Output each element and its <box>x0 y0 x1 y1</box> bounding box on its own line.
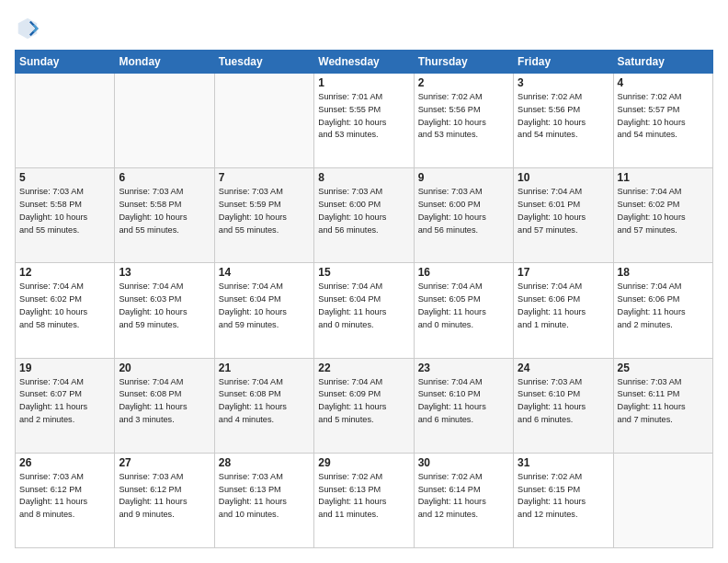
day-info: Sunrise: 7:03 AMSunset: 6:11 PMDaylight:… <box>618 376 709 427</box>
calendar-day-cell: 15Sunrise: 7:04 AMSunset: 6:04 PMDayligh… <box>314 263 414 358</box>
day-number: 25 <box>618 362 709 374</box>
day-info: Sunrise: 7:04 AMSunset: 6:04 PMDaylight:… <box>318 281 409 331</box>
day-info: Sunrise: 7:03 AMSunset: 5:59 PMDaylight:… <box>219 186 310 236</box>
calendar-header-cell: Tuesday <box>214 51 313 74</box>
day-number: 2 <box>418 76 509 89</box>
day-info: Sunrise: 7:04 AMSunset: 6:10 PMDaylight:… <box>418 376 509 427</box>
day-info: Sunrise: 7:02 AMSunset: 5:56 PMDaylight:… <box>518 91 609 142</box>
calendar-day-cell: 26Sunrise: 7:03 AMSunset: 6:12 PMDayligh… <box>16 453 115 547</box>
day-info: Sunrise: 7:02 AMSunset: 6:14 PMDaylight:… <box>418 471 509 522</box>
calendar-header-cell: Wednesday <box>314 51 414 74</box>
calendar-day-cell: 10Sunrise: 7:04 AMSunset: 6:01 PMDayligh… <box>514 168 613 263</box>
logo <box>15 15 44 40</box>
calendar-day-cell: 4Sunrise: 7:02 AMSunset: 5:57 PMDaylight… <box>613 74 712 168</box>
calendar-header-cell: Friday <box>514 51 613 74</box>
day-info: Sunrise: 7:03 AMSunset: 6:00 PMDaylight:… <box>418 186 509 236</box>
calendar-week-row: 12Sunrise: 7:04 AMSunset: 6:02 PMDayligh… <box>16 263 713 358</box>
day-number: 13 <box>119 266 210 279</box>
calendar-day-cell: 7Sunrise: 7:03 AMSunset: 5:59 PMDaylight… <box>214 168 313 263</box>
day-number: 30 <box>418 456 509 469</box>
day-info: Sunrise: 7:04 AMSunset: 6:08 PMDaylight:… <box>119 376 210 427</box>
calendar-day-cell: 5Sunrise: 7:03 AMSunset: 5:58 PMDaylight… <box>16 168 115 263</box>
calendar-day-cell <box>613 453 712 547</box>
day-info: Sunrise: 7:03 AMSunset: 5:58 PMDaylight:… <box>19 186 110 236</box>
day-info: Sunrise: 7:03 AMSunset: 5:58 PMDaylight:… <box>119 186 210 236</box>
day-info: Sunrise: 7:02 AMSunset: 5:56 PMDaylight:… <box>418 91 509 142</box>
day-info: Sunrise: 7:01 AMSunset: 5:55 PMDaylight:… <box>318 91 409 142</box>
day-number: 16 <box>418 266 509 279</box>
calendar-day-cell: 20Sunrise: 7:04 AMSunset: 6:08 PMDayligh… <box>115 358 214 453</box>
day-number: 15 <box>318 266 409 279</box>
day-number: 5 <box>19 171 110 184</box>
day-number: 12 <box>19 266 110 279</box>
calendar-week-row: 19Sunrise: 7:04 AMSunset: 6:07 PMDayligh… <box>16 358 713 453</box>
calendar-day-cell: 17Sunrise: 7:04 AMSunset: 6:06 PMDayligh… <box>514 263 613 358</box>
day-info: Sunrise: 7:04 AMSunset: 6:09 PMDaylight:… <box>318 376 409 427</box>
calendar-day-cell <box>214 74 313 168</box>
day-info: Sunrise: 7:04 AMSunset: 6:02 PMDaylight:… <box>19 281 110 331</box>
header <box>15 15 713 40</box>
calendar-day-cell: 28Sunrise: 7:03 AMSunset: 6:13 PMDayligh… <box>214 453 313 547</box>
day-number: 17 <box>518 266 609 279</box>
calendar-day-cell <box>115 74 214 168</box>
day-number: 3 <box>518 76 609 89</box>
day-info: Sunrise: 7:04 AMSunset: 6:07 PMDaylight:… <box>19 376 110 427</box>
calendar-day-cell: 11Sunrise: 7:04 AMSunset: 6:02 PMDayligh… <box>613 168 712 263</box>
calendar-day-cell: 30Sunrise: 7:02 AMSunset: 6:14 PMDayligh… <box>414 453 513 547</box>
calendar-table: SundayMondayTuesdayWednesdayThursdayFrid… <box>15 50 713 548</box>
day-number: 31 <box>518 456 609 469</box>
day-number: 24 <box>518 362 609 374</box>
calendar-day-cell: 6Sunrise: 7:03 AMSunset: 5:58 PMDaylight… <box>115 168 214 263</box>
calendar-day-cell: 31Sunrise: 7:02 AMSunset: 6:15 PMDayligh… <box>514 453 613 547</box>
calendar-day-cell: 29Sunrise: 7:02 AMSunset: 6:13 PMDayligh… <box>314 453 414 547</box>
logo-icon <box>15 15 40 40</box>
day-number: 7 <box>219 171 310 184</box>
day-info: Sunrise: 7:03 AMSunset: 6:12 PMDaylight:… <box>19 471 110 522</box>
day-number: 22 <box>318 362 409 374</box>
day-number: 9 <box>418 171 509 184</box>
calendar-day-cell: 18Sunrise: 7:04 AMSunset: 6:06 PMDayligh… <box>613 263 712 358</box>
calendar-header-cell: Monday <box>115 51 214 74</box>
day-info: Sunrise: 7:03 AMSunset: 6:10 PMDaylight:… <box>518 376 609 427</box>
calendar-day-cell: 22Sunrise: 7:04 AMSunset: 6:09 PMDayligh… <box>314 358 414 453</box>
day-number: 8 <box>318 171 409 184</box>
day-number: 27 <box>119 456 210 469</box>
day-number: 18 <box>618 266 709 279</box>
calendar-day-cell: 8Sunrise: 7:03 AMSunset: 6:00 PMDaylight… <box>314 168 414 263</box>
day-info: Sunrise: 7:03 AMSunset: 6:12 PMDaylight:… <box>119 471 210 522</box>
day-info: Sunrise: 7:04 AMSunset: 6:05 PMDaylight:… <box>418 281 509 331</box>
calendar-day-cell: 19Sunrise: 7:04 AMSunset: 6:07 PMDayligh… <box>16 358 115 453</box>
calendar-day-cell: 16Sunrise: 7:04 AMSunset: 6:05 PMDayligh… <box>414 263 513 358</box>
calendar-day-cell: 13Sunrise: 7:04 AMSunset: 6:03 PMDayligh… <box>115 263 214 358</box>
day-number: 29 <box>318 456 409 469</box>
day-info: Sunrise: 7:04 AMSunset: 6:02 PMDaylight:… <box>618 186 709 236</box>
calendar-header-cell: Thursday <box>414 51 513 74</box>
calendar-week-row: 26Sunrise: 7:03 AMSunset: 6:12 PMDayligh… <box>16 453 713 547</box>
calendar-day-cell: 1Sunrise: 7:01 AMSunset: 5:55 PMDaylight… <box>314 74 414 168</box>
day-number: 21 <box>219 362 310 374</box>
day-info: Sunrise: 7:03 AMSunset: 6:13 PMDaylight:… <box>219 471 310 522</box>
day-number: 20 <box>119 362 210 374</box>
calendar-header-cell: Saturday <box>613 51 712 74</box>
day-info: Sunrise: 7:04 AMSunset: 6:06 PMDaylight:… <box>618 281 709 331</box>
calendar-day-cell: 2Sunrise: 7:02 AMSunset: 5:56 PMDaylight… <box>414 74 513 168</box>
calendar-day-cell: 12Sunrise: 7:04 AMSunset: 6:02 PMDayligh… <box>16 263 115 358</box>
day-info: Sunrise: 7:02 AMSunset: 6:13 PMDaylight:… <box>318 471 409 522</box>
day-number: 23 <box>418 362 509 374</box>
day-number: 26 <box>19 456 110 469</box>
page: SundayMondayTuesdayWednesdayThursdayFrid… <box>0 0 728 563</box>
day-number: 14 <box>219 266 310 279</box>
day-info: Sunrise: 7:04 AMSunset: 6:06 PMDaylight:… <box>518 281 609 331</box>
day-info: Sunrise: 7:04 AMSunset: 6:08 PMDaylight:… <box>219 376 310 427</box>
calendar-day-cell <box>16 74 115 168</box>
calendar-week-row: 5Sunrise: 7:03 AMSunset: 5:58 PMDaylight… <box>16 168 713 263</box>
day-number: 28 <box>219 456 310 469</box>
day-number: 10 <box>518 171 609 184</box>
day-info: Sunrise: 7:02 AMSunset: 5:57 PMDaylight:… <box>618 91 709 142</box>
calendar-header-row: SundayMondayTuesdayWednesdayThursdayFrid… <box>16 51 713 74</box>
calendar-day-cell: 9Sunrise: 7:03 AMSunset: 6:00 PMDaylight… <box>414 168 513 263</box>
calendar-header-cell: Sunday <box>16 51 115 74</box>
day-info: Sunrise: 7:04 AMSunset: 6:01 PMDaylight:… <box>518 186 609 236</box>
calendar-day-cell: 25Sunrise: 7:03 AMSunset: 6:11 PMDayligh… <box>613 358 712 453</box>
day-info: Sunrise: 7:02 AMSunset: 6:15 PMDaylight:… <box>518 471 609 522</box>
